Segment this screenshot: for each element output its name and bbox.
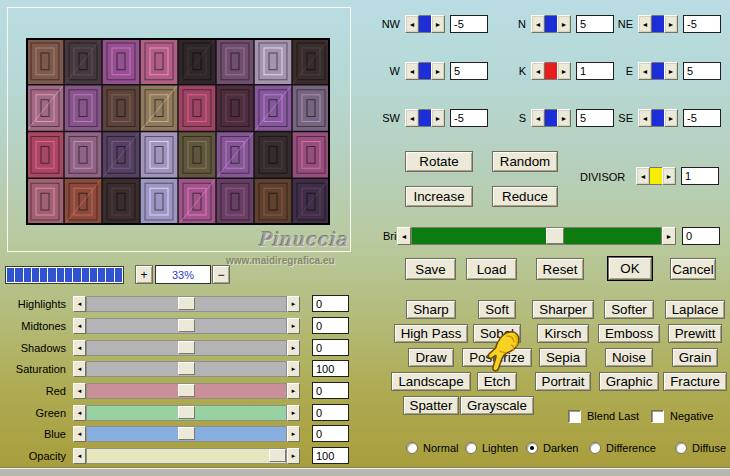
spinner-right-arrow[interactable]: ►: [662, 167, 676, 185]
slider-right-arrow[interactable]: ►: [287, 318, 300, 334]
filter-button-soft[interactable]: Soft: [478, 300, 516, 319]
slider-left-arrow[interactable]: ◄: [73, 448, 86, 464]
checkbox-blend-last[interactable]: Blend Last: [568, 409, 639, 423]
spinner-left-arrow[interactable]: ◄: [638, 109, 652, 127]
slider-right-arrow[interactable]: ►: [287, 296, 300, 312]
filter-button-grain[interactable]: Grain: [672, 348, 719, 367]
preview-image[interactable]: [26, 38, 330, 225]
radio-button[interactable]: [406, 442, 418, 454]
blend-mode-normal[interactable]: Normal: [406, 441, 458, 454]
adjustment-value-input[interactable]: 0: [312, 404, 349, 421]
slider-right-arrow[interactable]: ►: [287, 426, 300, 442]
filter-button-laplace[interactable]: Laplace: [665, 300, 726, 319]
filter-button-spatter[interactable]: Spatter: [403, 396, 460, 415]
spinner-indicator[interactable]: [650, 167, 662, 185]
adjustment-value-input[interactable]: 0: [312, 295, 349, 312]
brightness-value-input[interactable]: 0: [682, 227, 720, 245]
spinner-right-arrow[interactable]: ►: [557, 15, 571, 33]
reset-button[interactable]: Reset: [536, 258, 584, 280]
cancel-button[interactable]: Cancel: [670, 258, 716, 280]
adjustment-track[interactable]: [86, 405, 287, 421]
adjustment-value-input[interactable]: 0: [312, 339, 349, 356]
spinner-left-arrow[interactable]: ◄: [531, 62, 545, 80]
adjustment-thumb[interactable]: [178, 297, 195, 310]
adjustment-value-input[interactable]: 100: [312, 360, 349, 377]
slider-left-arrow[interactable]: ◄: [73, 383, 86, 399]
adjustment-track[interactable]: [86, 296, 287, 312]
slider-left-arrow[interactable]: ◄: [73, 361, 86, 377]
adjustment-value-input[interactable]: 0: [312, 382, 349, 399]
slider-left-arrow[interactable]: ◄: [73, 340, 86, 356]
slider-left-arrow[interactable]: ◄: [73, 405, 86, 421]
kernel-value-input[interactable]: 5: [683, 62, 721, 80]
filter-button-sharp[interactable]: Sharp: [406, 300, 456, 319]
filter-button-emboss[interactable]: Emboss: [598, 324, 660, 343]
rotate-button[interactable]: Rotate: [405, 151, 473, 172]
spinner-indicator[interactable]: [419, 62, 431, 80]
spinner-right-arrow[interactable]: ►: [431, 62, 445, 80]
adjustment-thumb[interactable]: [178, 406, 195, 419]
spinner-indicator[interactable]: [545, 62, 557, 80]
spinner-right-arrow[interactable]: ►: [664, 62, 678, 80]
slider-left-arrow[interactable]: ◄: [73, 426, 86, 442]
load-button[interactable]: Load: [466, 258, 517, 280]
adjustment-track[interactable]: [86, 448, 287, 464]
spinner-indicator[interactable]: [652, 62, 664, 80]
spinner-left-arrow[interactable]: ◄: [638, 15, 652, 33]
save-button[interactable]: Save: [405, 258, 456, 280]
slider-right-arrow[interactable]: ►: [287, 448, 300, 464]
adjustment-value-input[interactable]: 0: [312, 425, 349, 442]
spinner-right-arrow[interactable]: ►: [557, 109, 571, 127]
blend-mode-darken[interactable]: Darken: [526, 441, 578, 454]
zoom-out-button[interactable]: −: [212, 265, 230, 284]
brightness-thumb[interactable]: [546, 228, 564, 244]
spinner-left-arrow[interactable]: ◄: [531, 15, 545, 33]
ok-button[interactable]: OK: [608, 257, 652, 280]
blend-mode-difference[interactable]: Difference: [589, 441, 656, 454]
spinner-left-arrow[interactable]: ◄: [405, 109, 419, 127]
filter-button-portrait[interactable]: Portrait: [535, 372, 592, 391]
adjustment-track[interactable]: [86, 318, 287, 334]
slider-left-arrow[interactable]: ◄: [73, 318, 86, 334]
spinner-right-arrow[interactable]: ►: [431, 109, 445, 127]
zoom-in-button[interactable]: +: [135, 265, 153, 284]
filter-button-grayscale[interactable]: Grayscale: [460, 396, 534, 415]
spinner-left-arrow[interactable]: ◄: [638, 62, 652, 80]
spinner-right-arrow[interactable]: ►: [664, 15, 678, 33]
filter-button-noise[interactable]: Noise: [605, 348, 653, 367]
adjustment-track[interactable]: [86, 340, 287, 356]
slider-right-arrow[interactable]: ►: [287, 405, 300, 421]
adjustment-track[interactable]: [86, 361, 287, 377]
brightness-right-arrow[interactable]: ►: [662, 227, 676, 245]
checkbox-negative[interactable]: Negative: [651, 409, 713, 423]
spinner-indicator[interactable]: [419, 109, 431, 127]
increase-button[interactable]: Increase: [405, 186, 473, 207]
reduce-button[interactable]: Reduce: [492, 186, 558, 207]
blend-mode-lighten[interactable]: Lighten: [465, 441, 518, 454]
filter-button-high-pass[interactable]: High Pass: [394, 324, 469, 343]
spinner-indicator[interactable]: [545, 109, 557, 127]
spinner-left-arrow[interactable]: ◄: [405, 62, 419, 80]
adjustment-thumb[interactable]: [178, 341, 195, 354]
spinner-indicator[interactable]: [419, 15, 431, 33]
divisor-value-input[interactable]: 1: [681, 167, 719, 185]
radio-button[interactable]: [589, 442, 601, 454]
filter-button-sepia[interactable]: Sepia: [539, 348, 587, 367]
checkbox-box[interactable]: [568, 410, 581, 423]
spinner-left-arrow[interactable]: ◄: [531, 109, 545, 127]
brightness-track[interactable]: [411, 227, 662, 245]
adjustment-thumb[interactable]: [178, 362, 195, 375]
slider-right-arrow[interactable]: ►: [287, 340, 300, 356]
spinner-indicator[interactable]: [652, 109, 664, 127]
slider-right-arrow[interactable]: ►: [287, 361, 300, 377]
slider-left-arrow[interactable]: ◄: [73, 296, 86, 312]
adjustment-thumb[interactable]: [178, 319, 195, 332]
filter-button-graphic[interactable]: Graphic: [599, 372, 660, 391]
blend-mode-diffuse[interactable]: Diffuse: [675, 441, 726, 454]
filter-button-landscape[interactable]: Landscape: [391, 372, 470, 391]
adjustment-value-input[interactable]: 100: [312, 447, 349, 464]
spinner-right-arrow[interactable]: ►: [431, 15, 445, 33]
adjustment-track[interactable]: [86, 383, 287, 399]
filter-button-prewitt[interactable]: Prewitt: [668, 324, 723, 343]
filter-button-kirsch[interactable]: Kirsch: [537, 324, 588, 343]
